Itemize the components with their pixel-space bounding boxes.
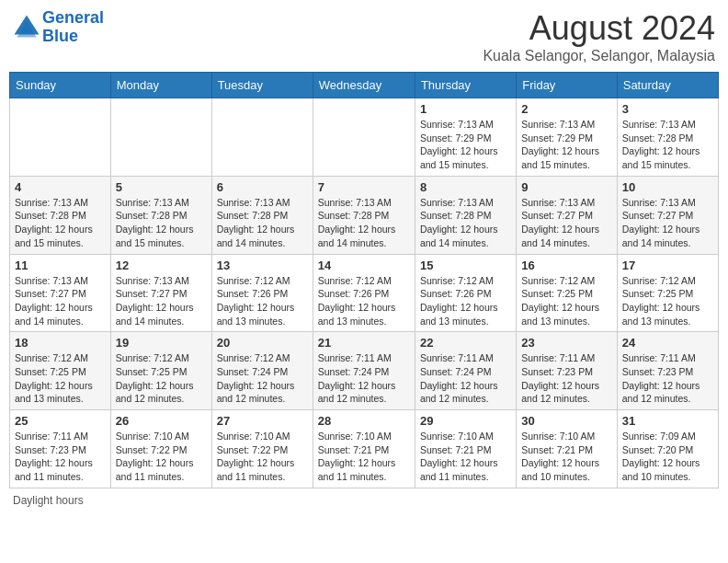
- calendar-cell: 6Sunrise: 7:13 AMSunset: 7:28 PMDaylight…: [211, 176, 313, 254]
- day-info: Sunrise: 7:13 AMSunset: 7:28 PMDaylight:…: [116, 196, 207, 250]
- day-number: 17: [622, 259, 713, 272]
- calendar-cell: 15Sunrise: 7:12 AMSunset: 7:26 PMDayligh…: [415, 254, 516, 332]
- calendar-cell: 4Sunrise: 7:13 AMSunset: 7:28 PMDaylight…: [10, 176, 111, 254]
- day-info: Sunrise: 7:13 AMSunset: 7:28 PMDaylight:…: [420, 196, 511, 250]
- day-info: Sunrise: 7:13 AMSunset: 7:27 PMDaylight:…: [15, 274, 106, 328]
- day-info: Sunrise: 7:12 AMSunset: 7:26 PMDaylight:…: [318, 274, 410, 328]
- main-title: August 2024: [483, 9, 715, 48]
- day-info: Sunrise: 7:13 AMSunset: 7:28 PMDaylight:…: [217, 196, 308, 250]
- day-info: Sunrise: 7:13 AMSunset: 7:27 PMDaylight:…: [622, 196, 713, 250]
- day-number: 2: [521, 102, 611, 116]
- day-number: 19: [116, 336, 207, 350]
- calendar-cell: 29Sunrise: 7:10 AMSunset: 7:21 PMDayligh…: [415, 410, 516, 488]
- calendar-week-row: 25Sunrise: 7:11 AMSunset: 7:23 PMDayligh…: [10, 410, 719, 488]
- day-number: 25: [15, 414, 106, 428]
- calendar-week-row: 1Sunrise: 7:13 AMSunset: 7:29 PMDaylight…: [10, 98, 719, 177]
- day-info: Sunrise: 7:12 AMSunset: 7:26 PMDaylight:…: [217, 274, 308, 328]
- day-number: 24: [622, 336, 713, 350]
- calendar-cell: 2Sunrise: 7:13 AMSunset: 7:29 PMDaylight…: [517, 98, 617, 177]
- day-info: Sunrise: 7:13 AMSunset: 7:28 PMDaylight:…: [622, 118, 713, 172]
- day-info: Sunrise: 7:10 AMSunset: 7:21 PMDaylight:…: [318, 430, 410, 484]
- calendar-cell: 7Sunrise: 7:13 AMSunset: 7:28 PMDaylight…: [313, 176, 415, 254]
- calendar-cell: 22Sunrise: 7:11 AMSunset: 7:24 PMDayligh…: [415, 332, 516, 410]
- logo-line1: General: [42, 8, 104, 27]
- day-info: Sunrise: 7:12 AMSunset: 7:24 PMDaylight:…: [217, 351, 308, 406]
- day-info: Sunrise: 7:13 AMSunset: 7:28 PMDaylight:…: [318, 196, 410, 250]
- calendar-cell: 28Sunrise: 7:10 AMSunset: 7:21 PMDayligh…: [313, 410, 415, 488]
- calendar-cell: 8Sunrise: 7:13 AMSunset: 7:28 PMDaylight…: [415, 176, 516, 254]
- calendar-cell: 19Sunrise: 7:12 AMSunset: 7:25 PMDayligh…: [110, 332, 211, 410]
- calendar-day-header: Wednesday: [313, 73, 415, 98]
- day-info: Sunrise: 7:11 AMSunset: 7:24 PMDaylight:…: [318, 351, 410, 406]
- calendar-cell: 14Sunrise: 7:12 AMSunset: 7:26 PMDayligh…: [313, 254, 415, 332]
- day-info: Sunrise: 7:10 AMSunset: 7:21 PMDaylight:…: [420, 430, 511, 484]
- day-info: Sunrise: 7:12 AMSunset: 7:26 PMDaylight:…: [420, 274, 511, 328]
- day-info: Sunrise: 7:12 AMSunset: 7:25 PMDaylight:…: [116, 351, 207, 406]
- calendar-cell: 5Sunrise: 7:13 AMSunset: 7:28 PMDaylight…: [110, 176, 211, 254]
- day-number: 20: [217, 336, 308, 350]
- calendar-week-row: 18Sunrise: 7:12 AMSunset: 7:25 PMDayligh…: [10, 332, 719, 410]
- day-number: 4: [15, 180, 106, 194]
- calendar-cell: 30Sunrise: 7:10 AMSunset: 7:21 PMDayligh…: [517, 410, 617, 488]
- day-info: Sunrise: 7:12 AMSunset: 7:25 PMDaylight:…: [521, 274, 611, 328]
- calendar-cell: 18Sunrise: 7:12 AMSunset: 7:25 PMDayligh…: [10, 332, 111, 410]
- day-info: Sunrise: 7:13 AMSunset: 7:29 PMDaylight:…: [521, 118, 611, 172]
- day-number: 12: [116, 259, 207, 272]
- day-number: 8: [420, 180, 511, 194]
- day-info: Sunrise: 7:13 AMSunset: 7:27 PMDaylight:…: [521, 196, 611, 250]
- day-number: 10: [622, 180, 713, 194]
- calendar-cell: 13Sunrise: 7:12 AMSunset: 7:26 PMDayligh…: [211, 254, 313, 332]
- calendar-cell: 24Sunrise: 7:11 AMSunset: 7:23 PMDayligh…: [617, 332, 718, 410]
- calendar-cell: [313, 98, 415, 177]
- day-number: 31: [622, 414, 713, 428]
- day-number: 3: [622, 102, 713, 116]
- calendar-cell: 20Sunrise: 7:12 AMSunset: 7:24 PMDayligh…: [211, 332, 313, 410]
- day-number: 1: [420, 102, 511, 116]
- day-info: Sunrise: 7:10 AMSunset: 7:21 PMDaylight:…: [521, 430, 611, 484]
- calendar-cell: 9Sunrise: 7:13 AMSunset: 7:27 PMDaylight…: [517, 176, 617, 254]
- page-header: General Blue August 2024 Kuala Selangor,…: [9, 9, 719, 64]
- calendar-cell: 3Sunrise: 7:13 AMSunset: 7:28 PMDaylight…: [617, 98, 718, 177]
- calendar-cell: [211, 98, 313, 177]
- day-info: Sunrise: 7:11 AMSunset: 7:23 PMDaylight:…: [15, 430, 106, 484]
- day-number: 29: [420, 414, 511, 428]
- calendar-cell: 1Sunrise: 7:13 AMSunset: 7:29 PMDaylight…: [415, 98, 516, 177]
- day-info: Sunrise: 7:12 AMSunset: 7:25 PMDaylight:…: [15, 351, 106, 406]
- day-number: 27: [217, 414, 308, 428]
- day-number: 23: [521, 336, 611, 350]
- calendar-day-header: Thursday: [415, 73, 516, 98]
- day-number: 30: [521, 414, 611, 428]
- calendar-table: SundayMondayTuesdayWednesdayThursdayFrid…: [9, 72, 719, 488]
- day-info: Sunrise: 7:11 AMSunset: 7:23 PMDaylight:…: [622, 351, 713, 406]
- day-info: Sunrise: 7:13 AMSunset: 7:29 PMDaylight:…: [420, 118, 511, 172]
- logo: General Blue: [13, 9, 104, 46]
- calendar-week-row: 11Sunrise: 7:13 AMSunset: 7:27 PMDayligh…: [10, 254, 719, 332]
- day-number: 13: [217, 259, 308, 272]
- calendar-day-header: Tuesday: [211, 73, 313, 98]
- day-number: 6: [217, 180, 308, 194]
- calendar-day-header: Monday: [110, 73, 211, 98]
- day-number: 22: [420, 336, 511, 350]
- logo-text: General Blue: [42, 9, 104, 46]
- calendar-week-row: 4Sunrise: 7:13 AMSunset: 7:28 PMDaylight…: [10, 176, 719, 254]
- calendar-header-row: SundayMondayTuesdayWednesdayThursdayFrid…: [10, 73, 719, 98]
- daylight-label: Daylight hours: [13, 494, 84, 507]
- calendar-cell: 26Sunrise: 7:10 AMSunset: 7:22 PMDayligh…: [110, 410, 211, 488]
- day-info: Sunrise: 7:10 AMSunset: 7:22 PMDaylight:…: [116, 430, 207, 484]
- calendar-cell: 11Sunrise: 7:13 AMSunset: 7:27 PMDayligh…: [10, 254, 111, 332]
- subtitle: Kuala Selangor, Selangor, Malaysia: [483, 48, 715, 64]
- day-info: Sunrise: 7:11 AMSunset: 7:23 PMDaylight:…: [521, 351, 611, 406]
- calendar-cell: 16Sunrise: 7:12 AMSunset: 7:25 PMDayligh…: [517, 254, 617, 332]
- day-info: Sunrise: 7:10 AMSunset: 7:22 PMDaylight:…: [217, 430, 308, 484]
- calendar-cell: 21Sunrise: 7:11 AMSunset: 7:24 PMDayligh…: [313, 332, 415, 410]
- day-number: 26: [116, 414, 207, 428]
- day-number: 21: [318, 336, 410, 350]
- calendar-day-header: Friday: [517, 73, 617, 98]
- calendar-cell: 25Sunrise: 7:11 AMSunset: 7:23 PMDayligh…: [10, 410, 111, 488]
- calendar-cell: [10, 98, 111, 177]
- calendar-cell: 10Sunrise: 7:13 AMSunset: 7:27 PMDayligh…: [617, 176, 718, 254]
- footer: Daylight hours: [9, 494, 719, 507]
- calendar-day-header: Sunday: [10, 73, 111, 98]
- calendar-cell: 17Sunrise: 7:12 AMSunset: 7:25 PMDayligh…: [617, 254, 718, 332]
- calendar-cell: [110, 98, 211, 177]
